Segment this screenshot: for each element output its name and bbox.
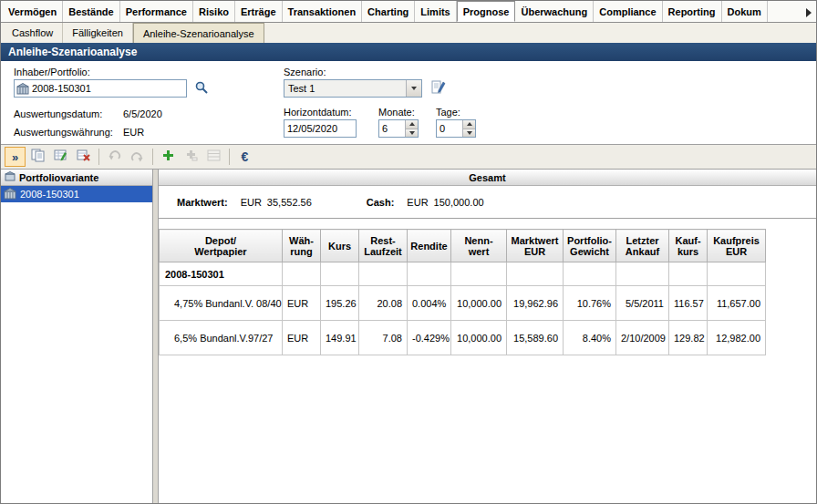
tab-bestaende[interactable]: Bestände — [63, 1, 120, 22]
tage-field[interactable] — [437, 120, 462, 137]
subtab-faelligkeiten[interactable]: Fälligkeiten — [63, 23, 133, 43]
monate-down-button[interactable] — [406, 129, 418, 138]
copy-button[interactable] — [27, 147, 48, 167]
tage-up-button[interactable] — [463, 120, 475, 129]
col-depot-wertpapier[interactable]: Depot/ Wertpapier — [160, 230, 283, 262]
col-waehrung[interactable]: Wäh- rung — [283, 230, 321, 262]
sub-tab-bar: Cashflow Fälligkeiten Anleihe-Szenarioan… — [1, 23, 816, 43]
col-letzter-ankauf[interactable]: Letzter Ankauf — [616, 230, 669, 262]
subtab-anleihe-szenarioanalyse[interactable]: Anleihe-Szenarioanalyse — [133, 23, 264, 43]
toolbar: » — [1, 145, 816, 170]
tab-risiko[interactable]: Risiko — [193, 1, 235, 22]
undo-button[interactable] — [104, 147, 125, 167]
horizontdatum-input[interactable] — [284, 119, 357, 138]
col-rendite[interactable]: Rendite — [408, 230, 451, 262]
summary-row: Marktwert: EUR 35,552.56 Cash: EUR 150,0… — [159, 186, 816, 219]
marktwert-label: Marktwert: — [177, 197, 228, 208]
col-restlaufzeit[interactable]: Rest- Laufzeit — [359, 230, 408, 262]
cell-wertpapier: 6,5% Bundanl.V.97/27 — [160, 321, 283, 355]
horizontdatum-label: Horizontdatum: — [284, 107, 352, 118]
add-position-button[interactable] — [158, 147, 179, 167]
auswertungsdatum-label: Auswertungsdatum: — [14, 108, 102, 119]
row-layout-button[interactable] — [203, 147, 224, 167]
tage-down-button[interactable] — [463, 129, 475, 138]
inhaber-portfolio-input[interactable] — [14, 79, 187, 98]
chevron-down-icon[interactable] — [406, 80, 421, 97]
horizontdatum-field[interactable] — [284, 121, 356, 136]
table-row[interactable]: 4,75% Bundanl.V. 08/40 EUR 195.26 20.08 … — [160, 286, 766, 321]
monate-stepper[interactable] — [378, 119, 419, 138]
tab-limits[interactable]: Limits — [415, 1, 456, 22]
delete-variant-button[interactable] — [73, 147, 94, 167]
monate-field[interactable] — [379, 120, 405, 137]
tab-compliance[interactable]: Compliance — [594, 1, 662, 22]
col-marktwert-eur[interactable]: Marktwert EUR — [507, 230, 564, 262]
page-title: Anleihe-Szenarioanalyse — [1, 43, 816, 61]
copy-icon — [31, 149, 45, 165]
euro-icon: € — [242, 150, 249, 163]
collapse-panel-button[interactable]: » — [5, 147, 26, 167]
add-icon — [162, 149, 174, 164]
cell-wertpapier: 4,75% Bundanl.V. 08/40 — [160, 286, 283, 321]
table-group-row[interactable]: 2008-150301 — [160, 262, 766, 286]
tab-reporting[interactable]: Reporting — [663, 1, 722, 22]
tab-performance[interactable]: Performance — [120, 1, 193, 22]
currency-button[interactable]: € — [234, 147, 255, 167]
main-area: Portfoliovariante 2008-150301 Gesamt Mar… — [1, 170, 816, 503]
tab-ueberwachung[interactable]: Überwachung — [515, 1, 594, 22]
col-kaufpreis-eur[interactable]: Kaufpreis EUR — [708, 230, 766, 262]
positions-table-wrap: Depot/ Wertpapier Wäh- rung Kurs Rest- L… — [159, 219, 816, 503]
auswertungswaehrung-label: Auswertungswährung: — [14, 127, 113, 138]
search-portfolio-button[interactable] — [192, 79, 211, 98]
tab-vermoegen[interactable]: Vermögen — [3, 1, 63, 22]
toolbar-separator — [98, 149, 99, 165]
col-portfolio-gewicht[interactable]: Portfolio- Gewicht — [564, 230, 616, 262]
table-row[interactable]: 6,5% Bundanl.V.97/27 EUR 149.91 7.08 -0.… — [160, 321, 766, 355]
marktwert-amount: 35,552.56 — [267, 197, 312, 208]
tab-prognose[interactable]: Prognose — [457, 1, 516, 22]
toolbar-separator — [152, 149, 153, 165]
building-icon — [4, 188, 16, 201]
col-kurs[interactable]: Kurs — [321, 230, 359, 262]
tab-ertraege[interactable]: Erträge — [235, 1, 283, 22]
edit-variant-button[interactable] — [50, 147, 71, 167]
toolbar-separator — [229, 149, 230, 165]
double-chevron-icon: » — [12, 151, 18, 163]
subtab-cashflow[interactable]: Cashflow — [3, 23, 63, 43]
tab-charting[interactable]: Charting — [362, 1, 415, 22]
cash-amount: 150,000.00 — [434, 197, 484, 208]
cell-gewicht: 8.40% — [564, 321, 616, 355]
cell-letzter-ankauf: 5/5/2011 — [616, 286, 669, 321]
cell-restlaufzeit: 7.08 — [359, 321, 408, 355]
cell-gewicht: 10.76% — [564, 286, 616, 321]
cell-nennwert: 10,000.00 — [451, 321, 507, 355]
tab-scroll-right-icon[interactable] — [803, 7, 814, 18]
auswertungsdatum-value: 6/5/2020 — [123, 108, 162, 119]
marktwert-currency: EUR — [241, 197, 262, 208]
col-kaufkurs[interactable]: Kauf- kurs — [669, 230, 708, 262]
cell-kurs: 149.91 — [321, 321, 359, 355]
cell-rendite: 0.004% — [408, 286, 451, 321]
tab-dokumente[interactable]: Dokum — [722, 1, 768, 22]
cell-restlaufzeit: 20.08 — [359, 286, 408, 321]
cell-marktwert: 15,589.60 — [507, 321, 564, 355]
add-row-icon — [185, 149, 198, 164]
monate-up-button[interactable] — [406, 120, 418, 129]
undo-icon — [108, 149, 121, 165]
redo-button[interactable] — [127, 147, 148, 167]
redo-icon — [130, 150, 144, 164]
tage-stepper[interactable] — [436, 119, 476, 138]
edit-szenario-button[interactable] — [429, 78, 448, 97]
portfolio-variant-item[interactable]: 2008-150301 — [1, 186, 152, 202]
cell-kaufpreis: 11,657.00 — [708, 286, 766, 321]
add-row-button[interactable] — [181, 147, 202, 167]
rows-icon — [207, 149, 221, 164]
search-icon — [194, 80, 209, 98]
gesamt-header-label: Gesamt — [469, 172, 505, 183]
szenario-select[interactable]: Test 1 — [284, 79, 422, 98]
portfolio-variant-icon — [5, 171, 16, 183]
portfolio-building-icon — [15, 83, 29, 95]
inhaber-portfolio-field[interactable] — [29, 81, 186, 96]
tab-transaktionen[interactable]: Transaktionen — [283, 1, 363, 22]
col-nennwert[interactable]: Nenn- wert — [451, 230, 507, 262]
